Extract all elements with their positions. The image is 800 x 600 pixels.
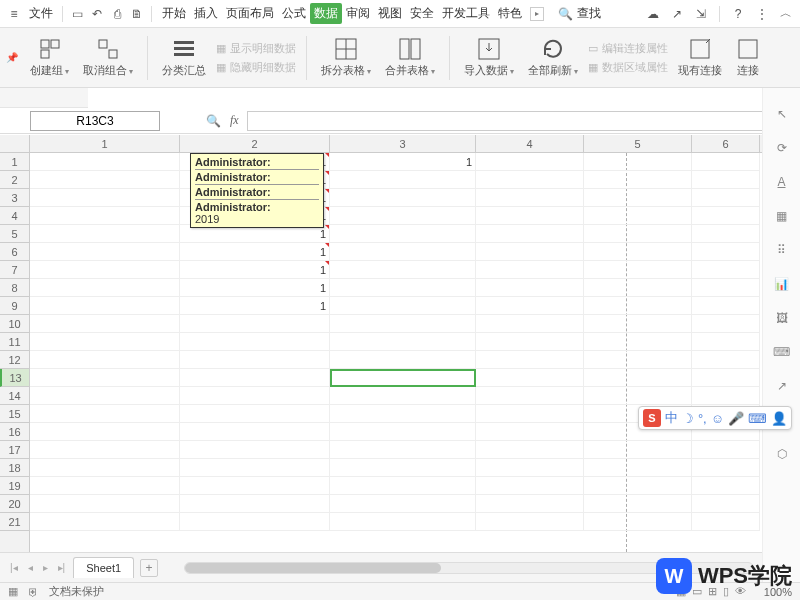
cell[interactable] (584, 333, 692, 351)
sheet-nav-first[interactable]: |◂ (8, 562, 20, 573)
group-merge[interactable]: 合并表格 (381, 37, 439, 78)
file-menu[interactable]: 文件 (26, 5, 56, 22)
cell[interactable] (476, 225, 584, 243)
cell[interactable] (30, 495, 180, 513)
row-header[interactable]: 5 (0, 225, 29, 243)
row-header[interactable]: 11 (0, 333, 29, 351)
cell[interactable] (180, 351, 330, 369)
more-icon[interactable]: ⋮ (754, 6, 770, 22)
cell[interactable] (180, 387, 330, 405)
cell[interactable] (476, 369, 584, 387)
cell[interactable] (692, 171, 760, 189)
cell[interactable] (30, 387, 180, 405)
group-refresh[interactable]: 全部刷新 (524, 37, 582, 78)
cell[interactable] (30, 459, 180, 477)
cell[interactable] (476, 351, 584, 369)
cell[interactable] (330, 513, 476, 531)
cell[interactable] (584, 225, 692, 243)
row-header[interactable]: 8 (0, 279, 29, 297)
cell[interactable]: 1 (180, 297, 330, 315)
cursor-icon[interactable]: ↖ (772, 104, 792, 124)
cell[interactable] (584, 477, 692, 495)
row-header[interactable]: 7 (0, 261, 29, 279)
help-icon[interactable]: ? (730, 6, 746, 22)
print-icon[interactable]: ⎙ (109, 6, 125, 22)
row-header[interactable]: 3 (0, 189, 29, 207)
cell[interactable] (330, 207, 476, 225)
cell[interactable] (476, 171, 584, 189)
cell[interactable] (584, 459, 692, 477)
cell[interactable] (476, 261, 584, 279)
cell[interactable] (180, 315, 330, 333)
cell-reference-input[interactable] (30, 111, 160, 131)
row-header[interactable]: 12 (0, 351, 29, 369)
cell[interactable] (584, 387, 692, 405)
row-header[interactable]: 10 (0, 315, 29, 333)
sheet-nav-last[interactable]: ▸| (56, 562, 68, 573)
share-side-icon[interactable]: ↗ (772, 376, 792, 396)
row-header[interactable]: 17 (0, 441, 29, 459)
cell[interactable] (476, 315, 584, 333)
cell[interactable] (476, 513, 584, 531)
cell[interactable] (180, 441, 330, 459)
cell[interactable] (476, 243, 584, 261)
cell[interactable] (30, 333, 180, 351)
cell[interactable] (330, 171, 476, 189)
cell[interactable] (330, 225, 476, 243)
ime-mic-icon[interactable]: 🎤 (728, 411, 744, 426)
row-header[interactable]: 14 (0, 387, 29, 405)
cell[interactable] (584, 513, 692, 531)
cell[interactable] (476, 477, 584, 495)
tab-insert[interactable]: 插入 (190, 3, 222, 24)
sheet-nav-prev[interactable]: ◂ (26, 562, 35, 573)
cell[interactable] (692, 513, 760, 531)
pin-icon[interactable]: 📌 (6, 52, 20, 63)
row-header[interactable]: 2 (0, 171, 29, 189)
chart-icon[interactable]: 📊 (772, 274, 792, 294)
cell[interactable] (30, 261, 180, 279)
status-grid-icon[interactable]: ▦ (8, 585, 18, 598)
cell[interactable] (180, 423, 330, 441)
cell[interactable] (330, 261, 476, 279)
cell[interactable] (692, 459, 760, 477)
cell[interactable] (692, 495, 760, 513)
cell[interactable] (30, 477, 180, 495)
cell[interactable] (584, 243, 692, 261)
cell[interactable] (584, 279, 692, 297)
cell[interactable] (330, 369, 476, 387)
cell[interactable] (330, 495, 476, 513)
cell[interactable] (330, 315, 476, 333)
cell[interactable] (584, 441, 692, 459)
cell[interactable] (180, 333, 330, 351)
cell[interactable] (330, 243, 476, 261)
cell[interactable] (584, 351, 692, 369)
cell[interactable] (476, 441, 584, 459)
cell-grid[interactable]: 1111111111 (30, 153, 762, 552)
cell[interactable] (476, 495, 584, 513)
collapse-icon[interactable]: ︿ (778, 6, 794, 22)
keyboard-icon[interactable]: ⌨ (772, 342, 792, 362)
row-header[interactable]: 19 (0, 477, 29, 495)
apps-icon[interactable]: ⠿ (772, 240, 792, 260)
cell[interactable] (330, 351, 476, 369)
group-existing-conn[interactable]: 现有连接 (674, 37, 726, 78)
col-header[interactable]: 5 (584, 135, 692, 152)
cell[interactable] (584, 171, 692, 189)
share-icon[interactable]: ↗ (669, 6, 685, 22)
cell[interactable] (692, 351, 760, 369)
group-subtotal[interactable]: 分类汇总 (158, 37, 210, 78)
cell[interactable] (330, 423, 476, 441)
cell[interactable] (30, 405, 180, 423)
tab-start[interactable]: 开始 (158, 3, 190, 24)
cell[interactable] (30, 243, 180, 261)
cell[interactable] (30, 279, 180, 297)
row-header[interactable]: 20 (0, 495, 29, 513)
tab-special[interactable]: 特色 (494, 3, 526, 24)
cell[interactable] (476, 297, 584, 315)
search-button[interactable]: 🔍 查找 (558, 5, 601, 22)
col-header[interactable]: 1 (30, 135, 180, 152)
cell[interactable] (30, 189, 180, 207)
formula-input[interactable] (247, 111, 792, 131)
cell[interactable] (330, 477, 476, 495)
col-header[interactable]: 3 (330, 135, 476, 152)
